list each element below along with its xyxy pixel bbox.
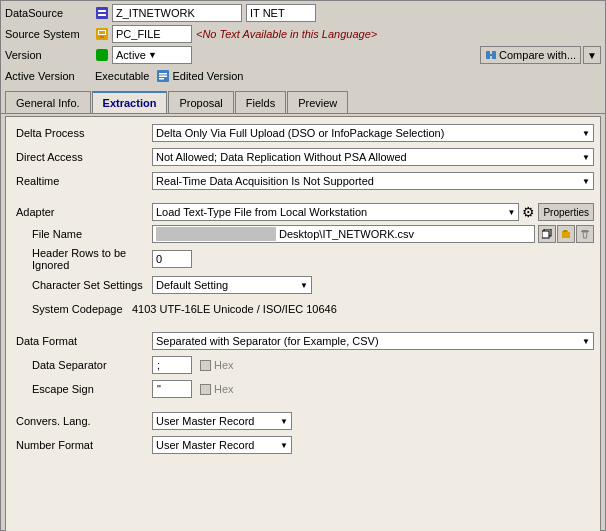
source-system-label: Source System — [5, 28, 95, 40]
file-name-blurred — [156, 227, 276, 241]
source-desc: <No Text Available in this Language> — [196, 28, 377, 40]
adapter-select[interactable]: Load Text-Type File from Local Workstati… — [152, 203, 519, 221]
number-format-label: Number Format — [12, 439, 152, 451]
main-window: DataSource Z_ITNETWORK IT NET Source Sys… — [0, 0, 606, 531]
version-select[interactable]: Active ▼ — [112, 46, 192, 64]
data-format-select[interactable]: Separated with Separator (for Example, C… — [152, 332, 594, 350]
char-set-label: Character Set Settings — [12, 279, 152, 291]
svg-rect-6 — [100, 36, 104, 38]
escape-sign-label: Escape Sign — [12, 383, 152, 395]
codepage-row: System Codepage 4103 UTF-16LE Unicode / … — [12, 299, 594, 319]
active-version-row: Active Version Executable Edited Version — [5, 66, 601, 86]
direct-access-select[interactable]: Not Allowed; Data Replication Without PS… — [152, 148, 594, 166]
header-rows-row: Header Rows to be Ignored 0 — [12, 247, 594, 271]
version-icon — [95, 48, 109, 62]
tab-proposal[interactable]: Proposal — [168, 91, 233, 113]
source-name[interactable]: PC_FILE — [112, 25, 192, 43]
direct-access-row: Direct Access Not Allowed; Data Replicat… — [12, 147, 594, 167]
escape-sign-hex-checkbox[interactable] — [200, 384, 211, 395]
tab-preview[interactable]: Preview — [287, 91, 348, 113]
delta-process-select[interactable]: Delta Only Via Full Upload (DSO or InfoP… — [152, 124, 594, 142]
tab-extraction[interactable]: Extraction — [92, 91, 168, 113]
svg-rect-8 — [486, 51, 490, 59]
convers-lang-row: Convers. Lang. User Master Record — [12, 411, 594, 431]
svg-rect-10 — [490, 54, 492, 56]
data-separator-label: Data Separator — [12, 359, 152, 371]
svg-rect-0 — [96, 7, 108, 19]
adapter-config-icon[interactable]: ⚙ — [522, 204, 535, 220]
svg-rect-17 — [582, 230, 588, 231]
header-rows-label: Header Rows to be Ignored — [12, 247, 152, 271]
tabs-bar: General Info. Extraction Proposal Fields… — [1, 91, 605, 114]
svg-rect-1 — [98, 10, 106, 12]
svg-rect-16 — [542, 231, 549, 238]
data-separator-input[interactable]: ; — [152, 356, 192, 374]
escape-sign-hex-label: Hex — [214, 383, 234, 395]
file-name-row: File Name Desktop\IT_NETWORK.csv — [12, 225, 594, 243]
svg-rect-5 — [99, 31, 105, 34]
datasource-label: DataSource — [5, 7, 95, 19]
compare-arrow-btn[interactable]: ▼ — [583, 46, 601, 64]
svg-rect-18 — [581, 231, 589, 232]
compare-label: Compare with... — [499, 49, 576, 61]
version-label: Version — [5, 49, 95, 61]
realtime-label: Realtime — [12, 175, 152, 187]
file-browse-btn[interactable] — [557, 225, 575, 243]
file-icon-buttons — [538, 225, 594, 243]
svg-rect-13 — [159, 76, 167, 78]
datasource-row: DataSource Z_ITNETWORK IT NET — [5, 3, 601, 23]
svg-rect-14 — [159, 78, 164, 80]
file-delete-btn[interactable] — [576, 225, 594, 243]
svg-rect-12 — [159, 73, 167, 75]
char-set-select[interactable]: Default Setting — [152, 276, 312, 294]
data-format-row: Data Format Separated with Separator (fo… — [12, 331, 594, 351]
source-system-row: Source System PC_FILE <No Text Available… — [5, 24, 601, 44]
svg-rect-2 — [98, 14, 106, 16]
header-rows-input[interactable]: 0 — [152, 250, 192, 268]
escape-sign-hex-area: Hex — [200, 383, 234, 395]
version-row: Version Active ▼ Compare with... ▼ — [5, 45, 601, 65]
spacer1 — [12, 195, 594, 203]
file-copy-btn[interactable] — [538, 225, 556, 243]
codepage-value: 4103 UTF-16LE Unicode / ISO/IEC 10646 — [132, 303, 337, 315]
edited-version-label: Edited Version — [172, 70, 243, 82]
convers-lang-select[interactable]: User Master Record — [152, 412, 292, 430]
direct-access-label: Direct Access — [12, 151, 152, 163]
spacer3 — [12, 403, 594, 411]
properties-btn[interactable]: Properties — [538, 203, 594, 221]
datasource-icon — [95, 6, 109, 20]
data-separator-row: Data Separator ; Hex — [12, 355, 594, 375]
file-name-field[interactable]: Desktop\IT_NETWORK.csv — [152, 225, 535, 243]
realtime-row: Realtime Real-Time Data Acquisition Is N… — [12, 171, 594, 191]
datasource-name[interactable]: Z_ITNETWORK — [112, 4, 242, 22]
file-name-label: File Name — [12, 228, 152, 240]
executable-label: Executable — [95, 70, 149, 82]
tab-general-info[interactable]: General Info. — [5, 91, 91, 113]
version-dropdown-arrow: ▼ — [148, 50, 157, 60]
file-name-suffix: Desktop\IT_NETWORK.csv — [279, 228, 414, 240]
content-area: Delta Process Delta Only Via Full Upload… — [5, 116, 601, 531]
data-format-label: Data Format — [12, 335, 152, 347]
data-separator-hex-area: Hex — [200, 359, 234, 371]
data-separator-hex-label: Hex — [214, 359, 234, 371]
datasource-desc: IT NET — [246, 4, 316, 22]
svg-rect-7 — [96, 49, 108, 61]
codepage-label: System Codepage — [12, 303, 132, 315]
number-format-row: Number Format User Master Record — [12, 435, 594, 455]
adapter-label: Adapter — [12, 206, 152, 218]
compare-btn[interactable]: Compare with... — [480, 46, 581, 64]
delta-process-row: Delta Process Delta Only Via Full Upload… — [12, 123, 594, 143]
data-separator-hex-checkbox[interactable] — [200, 360, 211, 371]
char-set-row: Character Set Settings Default Setting — [12, 275, 594, 295]
tab-fields[interactable]: Fields — [235, 91, 286, 113]
number-format-select[interactable]: User Master Record — [152, 436, 292, 454]
edited-version: Edited Version — [157, 70, 243, 82]
svg-rect-9 — [492, 51, 496, 59]
adapter-row: Adapter Load Text-Type File from Local W… — [12, 203, 594, 221]
active-version-label: Active Version — [5, 70, 95, 82]
convers-lang-label: Convers. Lang. — [12, 415, 152, 427]
escape-sign-input[interactable]: " — [152, 380, 192, 398]
realtime-select[interactable]: Real-Time Data Acquisition Is Not Suppor… — [152, 172, 594, 190]
source-system-icon — [95, 27, 109, 41]
header-section: DataSource Z_ITNETWORK IT NET Source Sys… — [1, 1, 605, 89]
